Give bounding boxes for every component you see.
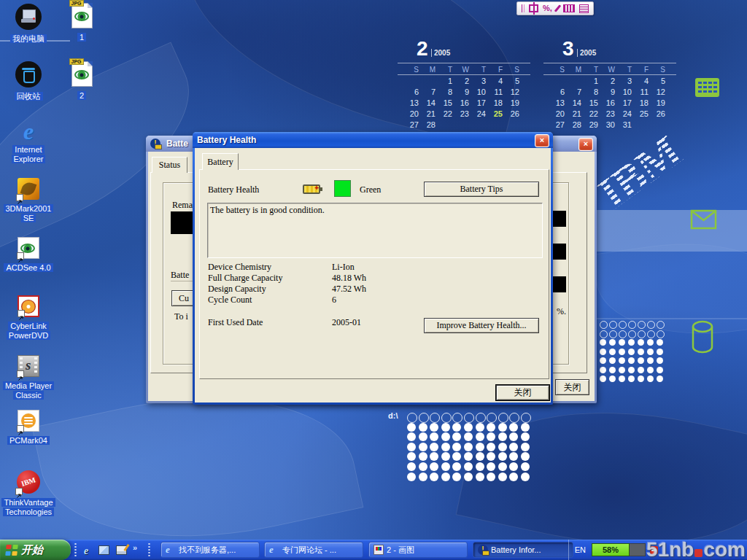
calendar-date: 10 <box>619 88 636 98</box>
calendar-date: 22 <box>586 109 603 120</box>
desktop-icon-internet-explorer[interactable]: eInternet Explorer <box>0 119 57 164</box>
calendar-date: 11 <box>636 88 653 98</box>
symbol-mode-icon[interactable]: %, <box>543 4 552 12</box>
calendar-date: 8 <box>440 88 457 98</box>
calendar-date: 22 <box>440 109 457 120</box>
calendar-date <box>457 120 473 131</box>
desktop-icon-recycle-bin[interactable]: 回收站 <box>0 61 57 101</box>
improve-battery-health-button[interactable]: Improve Battery Health... <box>424 318 539 333</box>
calendar-date: 10 <box>473 88 490 98</box>
ime-language-bar[interactable]: %, <box>516 1 594 15</box>
taskbar-task-3[interactable]: 2 - 画图 <box>368 542 468 558</box>
calendar-date: 4 <box>636 77 653 88</box>
calendar-date: 28 <box>423 120 440 131</box>
battery-detail-row: Full Charge Capacity48.18 Wh <box>208 273 366 284</box>
desktop-icon-label: 3DMark2001 SE <box>0 204 57 223</box>
start-button[interactable]: 开始 <box>0 540 71 560</box>
window-title: Batte <box>166 139 188 149</box>
calendar-month-2: 22005SMTWTFS1234567891011121314151617181… <box>406 39 527 131</box>
desktop-icon-jpg-2[interactable]: JPG2 <box>58 61 106 101</box>
detail-value: 6 <box>332 295 336 306</box>
quick-launch-handle[interactable] <box>74 542 77 557</box>
language-indicator[interactable]: EN <box>569 545 592 554</box>
internet-explorer-icon: e <box>269 545 279 555</box>
calendar-date: 16 <box>457 98 473 109</box>
battery-tips-button[interactable]: Battery Tips <box>424 182 539 197</box>
calendar-date: 19 <box>507 98 524 109</box>
taskbar-task-2[interactable]: e专门网论坛 - ... <box>264 542 363 558</box>
powerdvd-icon <box>18 295 39 317</box>
pen-icon[interactable] <box>554 4 561 12</box>
close-window-button[interactable]: × <box>578 138 593 151</box>
desktop-icon-pcmark[interactable]: PCMark04 <box>0 410 57 446</box>
detail-value: 48.18 Wh <box>332 273 366 284</box>
taskbar-task-1[interactable]: e找不到服务器,... <box>160 542 260 558</box>
ime-menu-icon[interactable] <box>579 4 589 13</box>
tab-battery[interactable]: Battery <box>202 153 239 170</box>
calendar-date: 14 <box>423 98 440 109</box>
close-button[interactable]: 关闭 <box>555 379 589 395</box>
condition-textbox[interactable]: The battery is in good condition. <box>207 203 543 258</box>
calendar-date: 31 <box>619 120 636 131</box>
quick-launch-overflow-chevron[interactable]: » <box>133 543 137 552</box>
desktop-icon-acdsee[interactable]: ACDSee 4.0 <box>0 237 57 273</box>
battery-percent-indicator[interactable]: 58% <box>592 543 630 556</box>
detail-label: Full Charge Capacity <box>208 273 332 284</box>
desktop-icon-3dmark[interactable]: 3DMark2001 SE <box>0 178 57 223</box>
desktop-icon-thinkvantage[interactable]: IBMThinkVantage Technologies <box>0 470 57 517</box>
thinkvantage-icon: IBM <box>17 470 40 494</box>
battery-health-label: Battery Health <box>208 184 259 195</box>
internet-explorer-icon[interactable]: e <box>80 544 92 556</box>
calendar-rule <box>398 74 530 75</box>
desktop-icon-jpg-1[interactable]: JPG1 <box>58 3 106 42</box>
calendar-date: 14 <box>569 98 586 109</box>
calendar-date: 1 <box>586 77 603 88</box>
close-button[interactable]: 关闭 <box>496 385 549 400</box>
tab-status[interactable]: Status <box>152 157 187 173</box>
calendar-date: 13 <box>552 98 569 109</box>
calendar-date <box>406 77 423 88</box>
remaining-label: Remai <box>172 200 195 211</box>
calendar-date: 4 <box>490 77 507 88</box>
calendar-date <box>552 77 569 88</box>
calendar-date <box>653 120 670 131</box>
dialog-title: Battery Health <box>197 135 256 145</box>
calendar-date: 2 <box>457 77 473 88</box>
soft-keyboard-icon[interactable] <box>563 4 575 12</box>
calendar-month-number: 2 <box>417 37 428 61</box>
calendar-date: 17 <box>473 98 490 109</box>
health-status-swatch <box>334 180 351 197</box>
chinese-mode-icon[interactable] <box>529 4 538 12</box>
calendar-date: 7 <box>569 88 586 98</box>
taskbar-task-4[interactable]: !Battery Infor... <box>473 542 573 558</box>
battery-plus-icon: + <box>314 184 319 192</box>
desktop-icon-label: ThinkVantage Technologies <box>0 498 57 517</box>
outlook-express-icon[interactable] <box>98 544 109 556</box>
taskband-handle[interactable] <box>148 542 150 557</box>
desktop-icon-my-computer[interactable]: 我的电脑 <box>0 4 57 44</box>
ime-drag-handle[interactable] <box>522 4 525 12</box>
calendar-date <box>490 120 507 131</box>
show-desktop-icon[interactable] <box>115 544 127 556</box>
desktop-icon-label: 回收站 <box>0 92 57 101</box>
titlebar[interactable]: Battery Health <box>193 132 553 148</box>
desktop-icon-powerdvd[interactable]: CyberLink PowerDVD <box>0 295 57 341</box>
calendar-date: 18 <box>636 98 653 109</box>
calendar-date: 12 <box>507 88 524 98</box>
close-dialog-button[interactable]: × <box>535 134 549 147</box>
desktop-icon-mpc[interactable]: sMedia Player Classic <box>0 355 57 400</box>
shortcut-arrow-icon <box>17 370 24 378</box>
shortcut-arrow-icon <box>18 310 25 317</box>
calendar-year: 2005 <box>577 49 596 57</box>
dialog-body: Battery Battery Health + Green Battery T… <box>195 148 551 402</box>
desktop-icon-label: Media Player Classic <box>0 381 57 400</box>
calendar-date: 26 <box>507 109 524 120</box>
jpg-file-icon: JPG <box>71 3 93 28</box>
internet-explorer-icon: e <box>166 545 176 555</box>
task-label: Battery Infor... <box>491 545 541 554</box>
acdsee-icon <box>18 237 39 259</box>
battery-icon: + <box>303 184 320 194</box>
to-increase-text: To i <box>174 311 188 322</box>
desktop-icon-label: ACDSee 4.0 <box>0 263 57 273</box>
calendar-date: 9 <box>603 88 619 98</box>
